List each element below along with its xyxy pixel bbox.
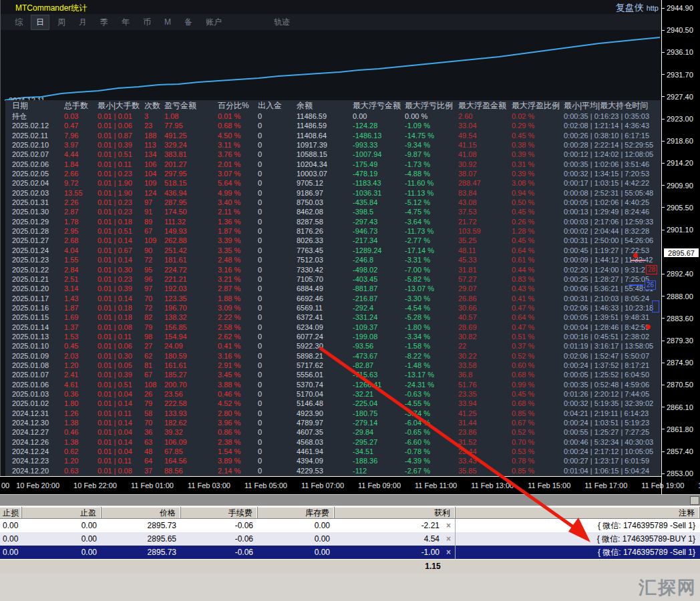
menu-item-6[interactable]: 年 [117,15,134,29]
close-position-icon[interactable]: × [446,546,451,559]
stats-cell: 0 [258,447,297,456]
position-row[interactable]: 0.000.002895.73-0.060.00-2.21×{ 微信: 1746… [0,519,700,532]
menu-item-5[interactable]: 季 [96,15,113,29]
price-axis-label: 2914.20 [662,159,700,167]
stats-row[interactable]: 2025.01.072.410.01 | 0.3967185.273.45 %0… [12,370,661,379]
stats-cell: 67.85 [164,447,218,456]
stats-row[interactable]: 2025.01.291.780.01 | 0.1889111.321.36 %0… [12,217,661,226]
stats-cell: 0.85 % [512,466,564,475]
stats-row[interactable]: 2024.12.231.200.01 | 0.1164164.563.89 %0… [12,456,661,465]
menu-item-4[interactable]: 月 [74,15,92,29]
stats-row[interactable]: 2024.12.311.260.01 | 0.1158133.932.80 %0… [12,409,661,418]
stats-cell: -3.64 % [405,217,458,226]
stats-row[interactable]: 2025.01.282.950.01 | 0.5167149.931.87 %0… [12,226,661,236]
stats-row[interactable]: 2024.12.301.380.01 | 0.1470182.623.96 %0… [12,418,661,427]
chart-plot-area[interactable]: 2024.12.11 日期总手数最小|大手数次数盈亏金额百分比%出入金余额最大浮… [0,30,661,476]
price-axis-label: 2909.90 [662,182,700,190]
stats-row[interactable]: 2025.01.171.430.01 | 0.1470123.351.88 %0… [12,294,661,303]
menu-item-2[interactable]: 日 [31,15,49,29]
stats-cell: 0.38 % [512,140,564,150]
buy-line-icon [629,284,643,286]
position-row[interactable]: 0.000.002895.65-0.060.004.54×{ 微信: 17463… [0,532,700,546]
stats-cell: 4.04 [64,246,98,255]
stats-cell: 89 [144,217,164,226]
stats-cell: 5370.74 [297,380,353,389]
stats-row[interactable]: 2024.12.200.630.01 | 0.083788.562.14 %04… [12,466,661,475]
horizontal-scrollbar[interactable] [0,494,700,506]
stats-cell: 45.33 [458,255,512,264]
stats-cell: 0.29 % [512,121,564,130]
menu-item-10[interactable]: 账户 [201,15,226,29]
stats-cell: 0.01 | 0.11 [98,456,144,465]
stats-cell: -13.07 % [405,284,458,293]
comment-cell: { 微信: 1746395789 -Sell 1} [456,519,700,532]
stats-cell: 5556.01 [297,370,353,379]
menu-item-trail[interactable]: 轨迹 [269,15,295,29]
stats-cell: -993.33 [353,140,405,150]
stats-cell: 1.80 [64,399,98,408]
stats-row[interactable]: 2025.02.052.660.01 | 0.23104297.953.07 %… [12,169,661,178]
brand-label: 复盘侠 http [616,2,659,14]
stats-cell: 1.08 [164,112,218,121]
stats-cell: 0.45 % [512,389,564,399]
stats-row[interactable]: 2025.01.222.840.01 | 0.3095224.723.16 %0… [12,265,661,274]
stats-row[interactable]: 2025.01.272.680.01 | 0.14109262.883.39 %… [12,236,661,245]
stats-row[interactable]: 2024.12.270.460.01 | 0.043639.320.86 %04… [12,427,661,437]
stats-row[interactable]: 2025.02.061.840.01 | 0.11106201.272.01 %… [12,160,661,169]
sell-price-marker: 28 [646,265,657,274]
stats-row[interactable]: 2025.01.244.040.01 | 0.6790251.423.35 %0… [12,246,661,255]
stats-cell: 0:00:17 | 1:03:15 | 4:42:22 [564,178,661,188]
stats-row[interactable]: 2025.01.092.030.01 | 0.3062180.593.16 %0… [12,351,661,361]
position-row[interactable]: 0.000.002895.73-0.060.00-1.00×{ 微信: 1746… [0,546,700,559]
stats-cell: 4461.94 [297,447,353,456]
stats-row[interactable]: 2025.01.021.800.01 | 0.1479222.584.52 %0… [12,399,661,408]
stats-row[interactable]: 持仓0.030.01 | 0.0131.080.01 %011486.590.0… [12,112,661,121]
stats-row[interactable]: 2025.01.302.870.01 | 0.2391174.502.11 %0… [12,207,661,216]
stats-cell: 2024.12.24 [12,447,64,456]
stats-row[interactable]: 2025.02.117.960.01 | 0.87188491.254.50 %… [12,131,661,140]
stats-row[interactable]: 2025.01.212.510.01 | 0.2396221.213.21 %0… [12,274,661,284]
close-position-icon[interactable]: × [446,519,451,532]
stats-row[interactable]: 2024.12.240.620.01 | 0.044867.851.54 %04… [12,447,661,456]
stats-row[interactable]: 2025.01.231.550.01 | 0.1472181.612.48 %0… [12,255,661,264]
swap-cell: 0.00 [258,532,335,546]
menu-item-3[interactable]: 周 [53,15,70,29]
menu-item-8[interactable]: M [160,16,176,28]
stats-row[interactable]: 2025.01.131.530.01 | 0.1198154.942.62 %0… [12,332,661,341]
stats-row[interactable]: 2025.02.0313.550.01 | 1.90124436.944.99 … [12,188,661,198]
stats-row[interactable]: 2025.01.151.690.01 | 0.1882138.322.22 %0… [12,313,661,322]
stats-cell: 3.45 % [218,370,258,379]
price-axis-label: 2936.10 [662,48,700,56]
stats-row[interactable]: 2025.01.081.200.01 | 0.0581161.612.91 %0… [12,361,661,370]
stats-cell: 2.91 % [218,361,258,370]
close-position-icon[interactable]: × [446,532,451,546]
scrollbar-grip[interactable] [690,496,699,505]
stats-row[interactable]: 2025.01.312.260.01 | 0.2397287.953.40 %0… [12,198,661,207]
stats-cell: 0 [258,370,297,379]
stats-row[interactable]: 2025.02.049.720.01 | 1.90109518.155.64 %… [12,178,661,188]
stats-row[interactable]: 2025.01.203.140.01 | 0.3997192.032.87 %0… [12,284,661,293]
stats-row[interactable]: 2024.12.261.380.01 | 0.1463106.092.38 %0… [12,437,661,447]
menu-item-7[interactable]: 币 [138,15,156,29]
stats-row[interactable]: 2025.01.141.370.01 | 0.0879156.852.58 %0… [12,323,661,332]
stats-row[interactable]: 2025.02.074.440.01 | 0.51134383.813.76 %… [12,150,661,159]
price-axis[interactable]: 2944.902940.502936.102931.702927.402923.… [661,0,700,494]
stats-cell: -0.78 % [405,447,458,456]
stats-cell: 1.87 % [218,226,258,236]
stats-row[interactable]: 2025.02.103.970.01 | 0.39113329.243.11 %… [12,140,661,150]
stats-cell: 1.36 % [218,217,258,226]
stats-cell: 108 [144,380,164,389]
stats-cell: 0.01 | 0.04 [98,427,144,437]
stats-row[interactable]: 2025.01.161.870.01 | 0.1872196.703.09 %0… [12,303,661,313]
stats-cell: 2.60 [458,112,512,121]
time-axis[interactable]: 0010 Feb 20:0010 Feb 22:0011 Feb 01:0011… [0,476,661,493]
stats-row[interactable]: 2025.01.100.450.01 | 0.062724.090.41 %05… [12,341,661,351]
stats-row[interactable]: 2025.01.030.360.01 | 0.042623.560.46 %05… [12,389,661,399]
stats-row[interactable]: 2025.01.064.610.01 | 0.51108200.703.88 %… [12,380,661,389]
stats-cell: 2.03 [64,351,98,361]
stats-row[interactable]: 2025.02.120.470.01 | 0.062377.950.68 %01… [12,121,661,130]
time-axis-label: 11 Feb 09:00 [358,481,401,489]
stats-cell: 0:00:05 | 1:02:06 | 4:40:25 [564,198,661,207]
menu-item-1[interactable]: 综 [10,15,27,29]
menu-item-9[interactable]: 备 [180,15,197,29]
